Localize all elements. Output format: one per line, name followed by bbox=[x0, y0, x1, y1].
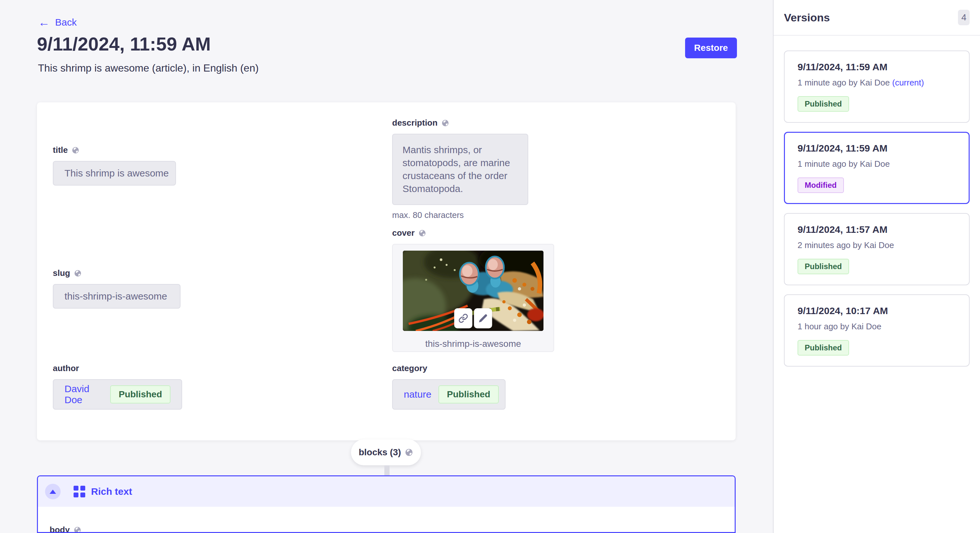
versions-sidebar: Versions 4 9/11/2024, 11:59 AM 1 minute … bbox=[773, 0, 980, 533]
version-date: 9/11/2024, 11:59 AM bbox=[797, 62, 956, 73]
version-meta: 1 minute ago by Kai Doe (current) bbox=[797, 78, 956, 88]
rich-text-block: Rich text body bbox=[37, 475, 736, 533]
field-slug: slug this-shrimp-is-awesome bbox=[53, 268, 180, 309]
entry-form-card: title This shrimp is awesome description… bbox=[37, 102, 736, 440]
blocks-connector bbox=[384, 465, 390, 476]
version-meta: 1 minute ago by Kai Doe bbox=[797, 159, 956, 169]
version-status-badge: Modified bbox=[797, 178, 844, 193]
version-card[interactable]: 9/11/2024, 11:57 AM 2 minutes ago by Kai… bbox=[784, 213, 970, 285]
restore-button[interactable]: Restore bbox=[685, 38, 737, 58]
collapse-toggle-button[interactable] bbox=[45, 484, 60, 499]
version-card-selected[interactable]: 9/11/2024, 11:59 AM 1 minute ago by Kai … bbox=[784, 132, 970, 204]
back-link[interactable]: ← Back bbox=[38, 17, 77, 28]
author-status-badge: Published bbox=[110, 385, 170, 403]
cover-actions bbox=[454, 308, 492, 328]
cover-field-label: cover bbox=[392, 228, 415, 238]
version-date: 9/11/2024, 11:57 AM bbox=[797, 224, 956, 235]
versions-header: Versions 4 bbox=[773, 0, 980, 36]
back-label: Back bbox=[55, 17, 77, 28]
component-grid-icon bbox=[73, 486, 85, 497]
description-hint: max. 80 characters bbox=[392, 210, 528, 220]
category-status-badge: Published bbox=[439, 385, 499, 403]
version-date: 9/11/2024, 10:17 AM bbox=[797, 305, 956, 316]
globe-icon bbox=[74, 270, 82, 277]
body-field-label: body bbox=[49, 525, 70, 533]
version-current-label: (current) bbox=[892, 78, 924, 87]
version-date: 9/11/2024, 11:59 AM bbox=[797, 143, 956, 154]
title-input: This shrimp is awesome bbox=[53, 161, 176, 186]
author-link[interactable]: David Doe bbox=[65, 383, 103, 405]
version-card[interactable]: 9/11/2024, 10:17 AM 1 hour ago by Kai Do… bbox=[784, 294, 970, 366]
version-meta: 1 hour ago by Kai Doe bbox=[797, 322, 956, 332]
globe-icon bbox=[405, 448, 413, 457]
rich-text-accordion-header[interactable]: Rich text bbox=[38, 476, 735, 507]
version-meta: 2 minutes ago by Kai Doe bbox=[797, 240, 956, 250]
version-meta-text: 1 minute ago by Kai Doe bbox=[797, 78, 890, 87]
rich-text-body-area: body bbox=[38, 507, 735, 533]
copy-link-button[interactable] bbox=[454, 308, 473, 328]
cover-card: this-shrimp-is-awesome bbox=[392, 244, 554, 352]
back-arrow-icon: ← bbox=[38, 17, 50, 27]
globe-icon bbox=[441, 119, 449, 127]
version-meta-text: 2 minutes ago by Kai Doe bbox=[797, 240, 894, 250]
category-link[interactable]: nature bbox=[404, 389, 431, 400]
field-cover: cover bbox=[392, 228, 554, 352]
link-icon bbox=[458, 314, 468, 323]
strapi-version-history-page: ← Back 9/11/2024, 11:59 AM This shrimp i… bbox=[0, 0, 980, 533]
description-field-label: description bbox=[392, 118, 438, 128]
author-field-label: author bbox=[53, 363, 79, 373]
category-field-label: category bbox=[392, 363, 427, 373]
version-meta-text: 1 hour ago by Kai Doe bbox=[797, 322, 881, 331]
author-relation-box: David Doe Published bbox=[53, 379, 182, 409]
versions-count-badge: 4 bbox=[958, 10, 970, 25]
globe-icon bbox=[73, 526, 81, 533]
field-description: description Mantis shrimps, or stomatopo… bbox=[392, 118, 528, 220]
slug-input: this-shrimp-is-awesome bbox=[53, 284, 180, 309]
slug-field-label: slug bbox=[53, 268, 70, 278]
version-status-badge: Published bbox=[797, 259, 849, 274]
blocks-pill-label: blocks (3) bbox=[359, 447, 401, 458]
version-status-badge: Published bbox=[797, 96, 849, 112]
pencil-icon bbox=[478, 314, 488, 323]
globe-icon bbox=[418, 229, 426, 237]
version-meta-text: 1 minute ago by Kai Doe bbox=[797, 159, 890, 169]
page-subtitle: This shrimp is awesome (article), in Eng… bbox=[38, 62, 259, 74]
globe-icon bbox=[72, 146, 80, 154]
field-category: category nature Published bbox=[392, 363, 506, 409]
field-title: title This shrimp is awesome bbox=[53, 145, 176, 186]
versions-list: 9/11/2024, 11:59 AM 1 minute ago by Kai … bbox=[773, 36, 980, 366]
blocks-pill: blocks (3) bbox=[351, 439, 421, 465]
edit-cover-button[interactable] bbox=[474, 308, 492, 328]
version-card[interactable]: 9/11/2024, 11:59 AM 1 minute ago by Kai … bbox=[784, 51, 970, 123]
category-relation-box: nature Published bbox=[392, 379, 506, 409]
versions-title: Versions bbox=[784, 11, 830, 24]
version-status-badge: Published bbox=[797, 340, 849, 355]
page-title: 9/11/2024, 11:59 AM bbox=[37, 33, 211, 55]
cover-caption: this-shrimp-is-awesome bbox=[393, 339, 554, 349]
rich-text-title: Rich text bbox=[91, 486, 132, 497]
field-author: author David Doe Published bbox=[53, 363, 182, 409]
cover-image bbox=[403, 251, 544, 331]
description-textarea: Mantis shrimps, or stomatopods, are mari… bbox=[392, 134, 528, 205]
title-field-label: title bbox=[53, 145, 68, 155]
chevron-up-icon bbox=[49, 490, 56, 494]
